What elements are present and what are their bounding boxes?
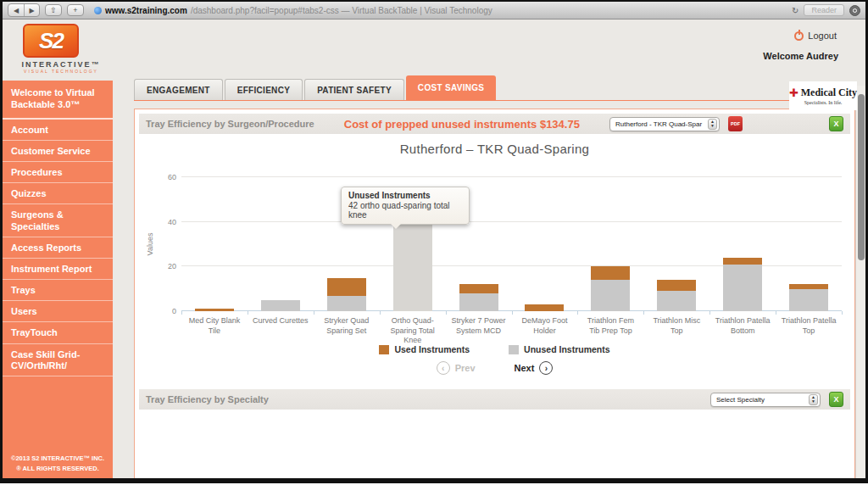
sidebar-item-customer-service[interactable]: Customer Service [3,141,113,162]
browser-toolbar: ◀ ▶ ⇧ + www.s2training.com /dashboard.ph… [3,2,865,20]
next-page-button[interactable]: Next › [515,361,554,375]
x-axis-tick [776,311,776,315]
unused-segment [327,296,366,311]
tab-bar: ENGAGEMENTEFFICIENCYPATIENT SAFETYCOST S… [134,75,496,100]
site-favicon-icon [94,7,102,14]
bar-stryker-7-power-system-mcd[interactable] [459,284,498,311]
unused-segment [723,265,762,311]
bar-triathlon-misc-top[interactable] [657,280,696,311]
prev-page-button[interactable]: ‹ Prev [437,361,476,375]
unused-segment [789,289,828,311]
sidebar-item-users[interactable]: Users [3,301,113,322]
bar-stryker-quad-sparing-set[interactable] [327,278,366,311]
x-label-5: Stryker 7 Power System MCD [446,316,512,346]
tooltip-title: Unused Instruments [348,191,462,200]
forward-button[interactable]: ▶ [24,4,39,16]
y-tick-60: 60 [156,173,176,181]
pdf-export-icon[interactable]: PDF [728,116,743,131]
sidebar-item-surgeons-specialties[interactable]: Surgeons & Specialties [3,204,113,237]
scrollbar-thumb[interactable] [858,94,865,260]
legend-unused-label: Unused Instruments [524,344,610,354]
s2-logo-tagline: VISUAL TECHNOLOGY [11,69,111,74]
x-label-7: Triathlon Fem Tib Prep Top [577,316,643,346]
bar-curved-curettes[interactable] [261,300,300,311]
used-segment [591,266,630,280]
sidebar-footer: ©2013 S2 INTERACTIVE™ INC. ® ALL RIGHTS … [3,454,113,474]
address-bar[interactable]: www.s2training.com /dashboard.php?facil=… [89,6,787,15]
logout-button[interactable]: Logout [794,31,837,41]
chart-pagination: ‹ Prev Next › [135,361,854,375]
new-tab-button[interactable]: + [67,4,84,16]
x-label-6: DeMayo Foot Holder [512,316,578,346]
used-swatch-icon [379,345,389,354]
x-axis-tick [181,311,182,315]
panel2-title: Tray Efficiency by Specialty [146,394,269,404]
tab-efficiency[interactable]: EFFICIENCY [225,79,303,100]
legend-used-label: Used Instruments [394,344,470,354]
sidebar: Welcome to Virtual Backtable 3.0™ Accoun… [3,81,113,478]
y-axis-label: Values [146,233,154,256]
reader-button[interactable]: Reader [804,4,844,16]
x-label-1: Med City Blank Tile [181,316,248,346]
chart-tooltip: Unused Instruments 42 ortho quad-sparing… [341,187,470,225]
panel-specialty-header: Tray Efficiency by Specialty Select Spec… [139,389,850,410]
x-axis-tick [643,311,644,315]
legend-unused-instruments: Unused Instruments [509,344,610,354]
page-scrollbar[interactable] [855,86,865,478]
x-label-3: Stryker Quad Sparing Set [314,316,380,346]
sidebar-item-traytouch[interactable]: TrayTouch [3,322,113,343]
legend-used-instruments: Used Instruments [379,344,470,354]
back-button[interactable]: ◀ [8,4,24,16]
sidebar-item-access-reports[interactable]: Access Reports [3,237,113,259]
prev-label: Prev [455,363,476,373]
x-axis-tick [248,311,248,315]
y-tick-0: 0 [156,307,176,315]
x-axis-tick [380,311,381,315]
bar-triathlon-patella-top[interactable] [789,284,828,311]
next-arrow-icon: › [539,361,553,375]
sidebar-item-procedures[interactable]: Procedures [3,162,113,183]
unused-segment [261,300,300,311]
tab-engagement[interactable]: ENGAGEMENT [134,79,223,100]
browser-window: ◀ ▶ ⇧ + www.s2training.com /dashboard.ph… [0,0,868,485]
specialty-select[interactable]: Select Specialty ▲▼ [710,393,821,407]
y-tick-40: 40 [156,218,176,226]
medical-city-tagline: Specialists. In life. [804,100,843,105]
bar-med-city-blank-tile[interactable] [195,309,234,311]
sidebar-item-account[interactable]: Account [3,120,113,141]
unused-segment [393,217,432,311]
used-segment [723,258,762,265]
surgeon-procedure-select[interactable]: Rutherford - TKR Quad-Spar ▲▼ [609,117,720,131]
tab-patient-safety[interactable]: PATIENT SAFETY [304,79,404,100]
tray-efficiency-chart: Rutherford – TKR Quad-Sparing Values 020… [135,134,854,382]
next-label: Next [515,363,535,373]
bar-triathlon-fem-tib-prep-top[interactable] [591,266,630,311]
panel1-title: Tray Efficiency by Surgeon/Procedure [146,119,314,129]
excel-export-icon[interactable]: X [829,392,843,407]
bar-triathlon-patella-bottom[interactable] [723,258,762,311]
used-segment [327,278,366,296]
s2-logo-interactive-text: INTERACTIVE™ [11,60,111,69]
x-label-9: Triathlon Patella Bottom [709,316,776,346]
medical-city-name: Medical City [801,86,857,99]
x-axis-tick [842,311,843,315]
used-segment [459,284,498,293]
share-button[interactable]: ⇧ [45,4,62,16]
x-axis-tick [314,311,314,315]
panel-specialty-body [135,410,854,478]
tab-cost-savings[interactable]: COST SAVINGS [406,75,496,100]
sidebar-welcome-text: Welcome to Virtual Backtable 3.0™ [3,81,113,120]
sidebar-item-case-skill-grid-cv-orth-rht[interactable]: Case Skill Grid-CV/Orth/Rht/ [3,344,113,376]
chart-plot-area: Values 0204060 [181,177,842,311]
x-axis-labels: Med City Blank TileCurved CurettesStryke… [181,316,842,346]
x-axis-tick [446,311,447,315]
sidebar-item-instrument-report[interactable]: Instrument Report [3,259,113,280]
sidebar-item-quizzes[interactable]: Quizzes [3,183,113,204]
welcome-user-text: Welcome Audrey [763,51,838,61]
bar-demayo-foot-holder[interactable] [525,304,564,311]
refresh-icon[interactable]: ↻ [792,6,798,15]
browser-circle-button[interactable] [849,5,860,16]
excel-export-icon[interactable]: X [829,116,843,131]
copyright-line1: ©2013 S2 INTERACTIVE™ INC. [3,454,113,464]
sidebar-item-trays[interactable]: Trays [3,280,113,301]
